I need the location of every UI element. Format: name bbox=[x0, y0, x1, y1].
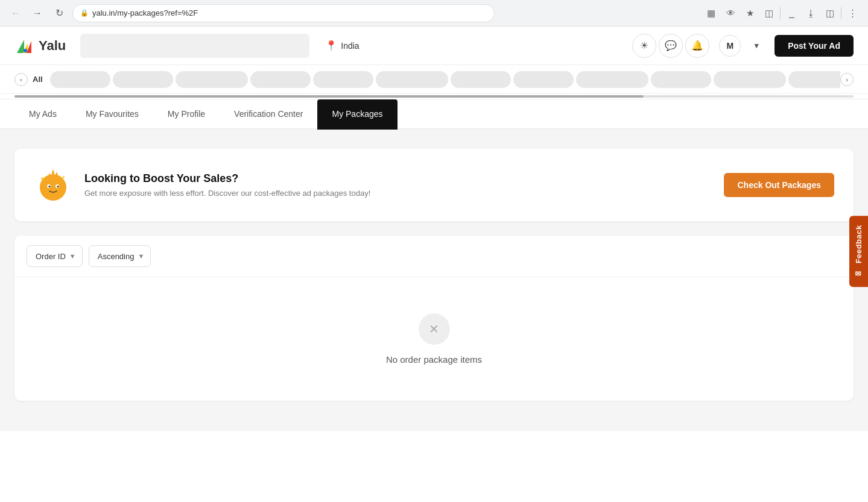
category-bar-wrapper: ‹ All › bbox=[0, 65, 868, 99]
search-input[interactable] bbox=[80, 34, 309, 58]
user-menu-chevron[interactable]: ▼ bbox=[753, 42, 760, 50]
navbar: Yalu 📍 India ☀ 💬 🔔 M ▼ Post Your Ad bbox=[0, 27, 868, 65]
empty-state: ✕ No order package items bbox=[14, 277, 854, 401]
notification-btn[interactable]: 🔔 bbox=[685, 34, 709, 58]
category-pill-1[interactable] bbox=[50, 71, 110, 88]
tab-verification-center[interactable]: Verification Center bbox=[220, 99, 317, 130]
category-pill-8[interactable] bbox=[513, 71, 574, 88]
category-pill-2[interactable] bbox=[113, 71, 173, 88]
feedback-tab[interactable]: ✉ Feedback bbox=[849, 215, 868, 286]
tabs: My Ads My Favourites My Profile Verifica… bbox=[0, 99, 868, 130]
star-icon[interactable]: ★ bbox=[741, 5, 758, 22]
tab-my-packages[interactable]: My Packages bbox=[317, 99, 397, 130]
separator bbox=[780, 7, 781, 19]
logo[interactable]: Yalu bbox=[14, 35, 66, 57]
post-ad-button[interactable]: Post Your Ad bbox=[775, 35, 854, 57]
logo-icon bbox=[14, 35, 36, 57]
logo-text: Yalu bbox=[39, 38, 66, 54]
boost-banner: ✦ ✦ Looking to Boost Your Sales? Get mor… bbox=[14, 149, 854, 221]
browser-back-btn[interactable]: ← bbox=[7, 5, 24, 22]
svg-marker-1 bbox=[17, 40, 24, 53]
category-scroll: All bbox=[28, 71, 840, 88]
eye-icon[interactable]: 👁 bbox=[722, 5, 739, 22]
empty-icon: ✕ bbox=[419, 313, 450, 345]
category-pill-6[interactable] bbox=[376, 71, 448, 88]
location-selector[interactable]: 📍 India bbox=[319, 36, 365, 55]
category-pill-9[interactable] bbox=[576, 71, 648, 88]
svg-point-10 bbox=[57, 186, 59, 187]
tab-my-ads[interactable]: My Ads bbox=[14, 99, 71, 130]
feedback-mail-icon: ✉ bbox=[855, 268, 863, 277]
category-all[interactable]: All bbox=[28, 72, 48, 86]
boost-subtitle: Get more exposure with less effort. Disc… bbox=[84, 189, 712, 198]
order-id-filter[interactable]: Order ID ▼ bbox=[27, 245, 83, 267]
main-content: ✦ ✦ Looking to Boost Your Sales? Get mor… bbox=[0, 130, 868, 431]
browser-reload-btn[interactable]: ↻ bbox=[51, 5, 68, 22]
orders-section: Order ID ▼ Ascending ▼ ✕ No order packag… bbox=[14, 236, 854, 401]
nav-icons: ☀ 💬 🔔 bbox=[632, 34, 709, 58]
tab-my-profile[interactable]: My Profile bbox=[153, 99, 220, 130]
separator2 bbox=[841, 7, 841, 19]
category-scroll-left[interactable]: ‹ bbox=[14, 73, 28, 86]
page: Yalu 📍 India ☀ 💬 🔔 M ▼ Post Your Ad ‹ Al… bbox=[0, 27, 868, 502]
category-scroll-right[interactable]: › bbox=[840, 73, 854, 86]
category-pill-5[interactable] bbox=[313, 71, 373, 88]
profile-icon[interactable]: ⎯ bbox=[783, 5, 800, 22]
boost-icon: ✦ ✦ bbox=[34, 166, 72, 204]
sidebar-icon[interactable]: ◫ bbox=[822, 5, 838, 22]
browser-chrome: ← → ↻ 🔒 yalu.in/my-packages?ref=%2F ▦ 👁 … bbox=[0, 0, 868, 27]
user-initial: M bbox=[726, 41, 733, 51]
more-icon[interactable]: ⋮ bbox=[844, 5, 861, 22]
category-pill-12[interactable] bbox=[788, 71, 840, 88]
location-pin-icon: 📍 bbox=[325, 40, 337, 51]
address-bar[interactable]: 🔒 yalu.in/my-packages?ref=%2F bbox=[72, 4, 495, 22]
user-avatar-btn[interactable]: M bbox=[719, 35, 741, 57]
chat-btn[interactable]: 💬 bbox=[659, 34, 683, 58]
svg-text:✦: ✦ bbox=[40, 175, 45, 182]
orders-filters: Order ID ▼ Ascending ▼ bbox=[14, 236, 854, 277]
category-scrollbar-track bbox=[14, 95, 854, 98]
browser-toolbar: ▦ 👁 ★ ◫ ⎯ ⭳ ◫ ⋮ bbox=[703, 5, 861, 22]
category-pill-7[interactable] bbox=[451, 71, 511, 88]
feedback-label: Feedback bbox=[854, 225, 863, 263]
category-pill-4[interactable] bbox=[250, 71, 311, 88]
svg-text:✦: ✦ bbox=[62, 175, 66, 180]
download-icon[interactable]: ⭳ bbox=[802, 5, 819, 22]
theme-toggle-btn[interactable]: ☀ bbox=[632, 34, 656, 58]
order-id-chevron: ▼ bbox=[69, 253, 76, 260]
close-icon: ✕ bbox=[429, 322, 439, 336]
lock-icon: 🔒 bbox=[80, 9, 89, 17]
location-label: India bbox=[341, 41, 359, 51]
ascending-filter-label: Ascending bbox=[98, 252, 135, 261]
tab-my-favourites[interactable]: My Favourites bbox=[71, 99, 153, 130]
empty-state-text: No order package items bbox=[386, 354, 482, 365]
check-out-packages-button[interactable]: Check Out Packages bbox=[724, 173, 834, 197]
category-pill-10[interactable] bbox=[651, 71, 711, 88]
svg-point-9 bbox=[49, 186, 51, 187]
ascending-chevron: ▼ bbox=[138, 253, 144, 260]
category-scrollbar-thumb bbox=[14, 95, 644, 98]
svg-point-4 bbox=[24, 49, 27, 52]
category-pill-3[interactable] bbox=[176, 71, 248, 88]
url-text: yalu.in/my-packages?ref=%2F bbox=[92, 8, 198, 17]
ascending-filter[interactable]: Ascending ▼ bbox=[89, 245, 151, 267]
screen-cast-icon[interactable]: ▦ bbox=[703, 5, 720, 22]
boost-text: Looking to Boost Your Sales? Get more ex… bbox=[84, 172, 712, 198]
order-id-filter-label: Order ID bbox=[36, 252, 66, 261]
svg-point-6 bbox=[42, 177, 64, 198]
category-pill-11[interactable] bbox=[714, 71, 786, 88]
boost-title: Looking to Boost Your Sales? bbox=[84, 172, 712, 185]
category-bar: ‹ All › bbox=[0, 65, 868, 94]
extensions-icon[interactable]: ◫ bbox=[761, 5, 778, 22]
browser-forward-btn[interactable]: → bbox=[29, 5, 46, 22]
